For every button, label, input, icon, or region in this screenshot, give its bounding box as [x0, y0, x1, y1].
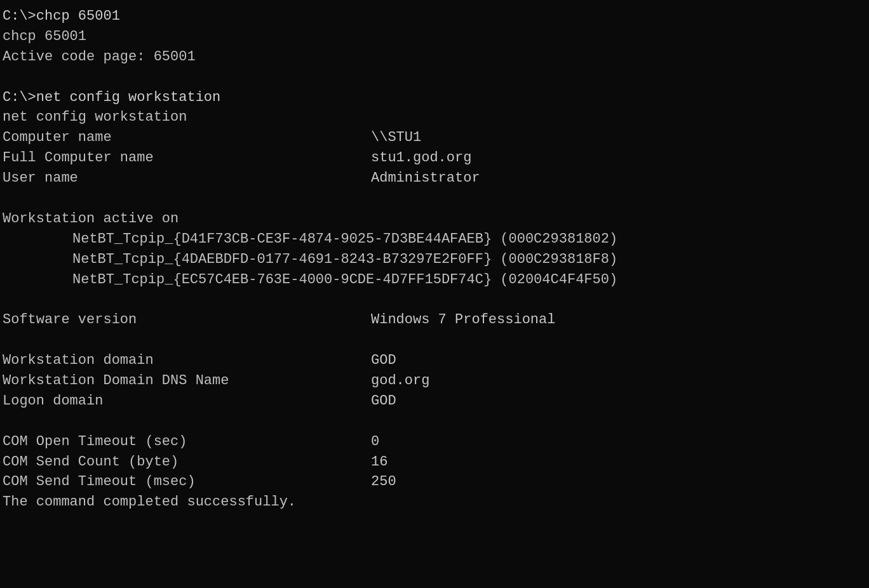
terminal-empty-line — [3, 330, 869, 351]
line-active-codepage: Active code page: 65001 — [3, 47, 869, 67]
line-logon-domain: Logon domainGOD — [3, 391, 869, 411]
terminal-empty-line — [3, 411, 869, 432]
kv-value: stu1.god.org — [371, 148, 471, 168]
kv-label: COM Send Timeout (msec) — [3, 472, 371, 492]
kv-label: Logon domain — [3, 391, 371, 411]
line-computer-name: Computer name\\STU1 — [3, 128, 869, 148]
kv-value: \\STU1 — [371, 128, 421, 148]
line-net-cmd: C:\>net config workstation — [3, 88, 869, 108]
line-netbt-2: NetBT_Tcpip_{4DAEBDFD-0177-4691-8243-B73… — [3, 250, 869, 270]
line-ws-domain: Workstation domainGOD — [3, 351, 869, 371]
kv-value: 16 — [371, 452, 387, 472]
terminal-empty-line — [3, 189, 869, 209]
terminal-window: C:\>chcp 65001chcp 65001Active code page… — [3, 6, 869, 582]
kv-label: COM Open Timeout (sec) — [3, 432, 371, 452]
terminal-empty-line — [3, 67, 869, 88]
kv-value: GOD — [371, 351, 396, 371]
kv-label: Full Computer name — [3, 148, 371, 168]
kv-value: Administrator — [371, 168, 480, 189]
kv-value: Windows 7 Professional — [371, 310, 555, 330]
kv-value: 0 — [371, 432, 379, 452]
line-chcp-echo: chcp 65001 — [3, 27, 869, 47]
line-ws-dns: Workstation Domain DNS Namegod.org — [3, 371, 869, 391]
line-completed: The command completed successfully. — [3, 492, 869, 512]
line-software-version: Software versionWindows 7 Professional — [3, 310, 869, 330]
line-com-send-timeout: COM Send Timeout (msec)250 — [3, 472, 869, 492]
line-full-computer-name: Full Computer namestu1.god.org — [3, 148, 869, 168]
kv-value: 250 — [371, 472, 396, 492]
kv-value: GOD — [371, 391, 396, 411]
line-user-name: User nameAdministrator — [3, 168, 869, 189]
line-com-open-timeout: COM Open Timeout (sec)0 — [3, 432, 869, 452]
line-com-send-count: COM Send Count (byte)16 — [3, 452, 869, 472]
kv-label: COM Send Count (byte) — [3, 452, 371, 472]
kv-label: Workstation domain — [3, 351, 371, 371]
line-chcp-cmd: C:\>chcp 65001 — [3, 6, 869, 27]
kv-label: Workstation Domain DNS Name — [3, 371, 371, 391]
line-workstation-active: Workstation active on — [3, 209, 869, 229]
kv-value: god.org — [371, 371, 429, 391]
kv-label: User name — [3, 168, 371, 189]
kv-label: Computer name — [3, 128, 371, 148]
line-netbt-1: NetBT_Tcpip_{D41F73CB-CE3F-4874-9025-7D3… — [3, 229, 869, 250]
kv-label: Software version — [3, 310, 371, 330]
line-net-echo: net config workstation — [3, 107, 869, 128]
terminal-empty-line — [3, 290, 869, 310]
line-netbt-3: NetBT_Tcpip_{EC57C4EB-763E-4000-9CDE-4D7… — [3, 270, 869, 290]
